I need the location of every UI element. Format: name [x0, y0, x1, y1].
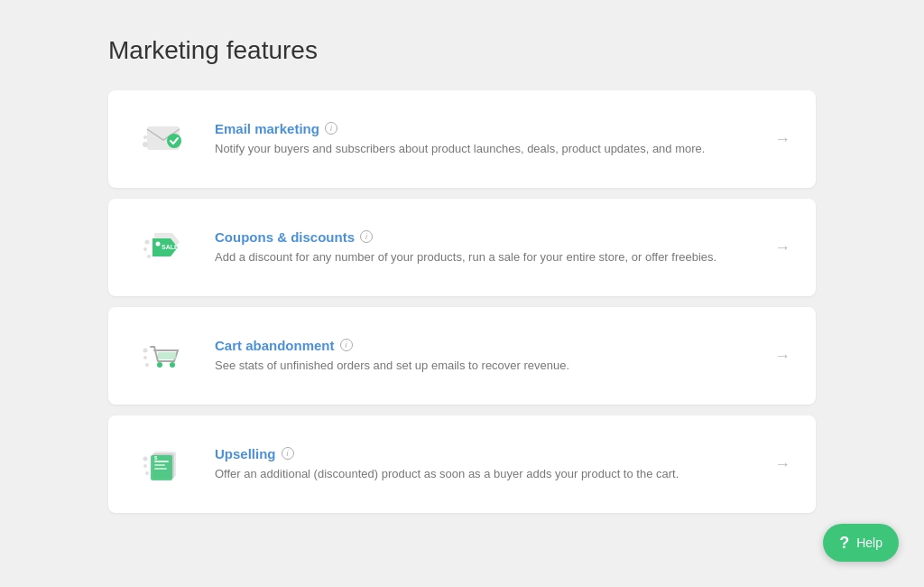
email-marketing-title: Email marketing i [215, 121, 756, 136]
coupons-icon: SALE [134, 220, 197, 275]
help-label: Help [856, 536, 882, 550]
help-question-icon: ? [839, 535, 849, 551]
svg-point-24 [145, 471, 149, 475]
svg-rect-18 [154, 461, 169, 462]
svg-point-4 [156, 242, 161, 247]
upselling-arrow: → [774, 455, 790, 474]
cart-abandonment-icon [134, 329, 197, 383]
svg-point-3 [167, 134, 181, 148]
upselling-icon: $ [134, 437, 197, 491]
svg-point-23 [143, 464, 147, 468]
svg-point-6 [145, 240, 150, 245]
svg-text:SALE: SALE [162, 244, 179, 250]
coupons-content: Coupons & discounts i Add a discount for… [215, 229, 756, 266]
cart-abandonment-content: Cart abandonment i See stats of unfinish… [215, 338, 756, 375]
svg-point-14 [145, 363, 149, 367]
svg-point-1 [143, 142, 148, 147]
svg-point-13 [143, 356, 147, 359]
svg-point-9 [157, 362, 162, 368]
help-button[interactable]: ? Help [823, 524, 899, 562]
svg-rect-11 [158, 352, 176, 359]
feature-card-coupons[interactable]: SALE Coupons & discounts i Add a discoun… [108, 199, 816, 296]
svg-point-7 [143, 247, 147, 251]
email-marketing-arrow: → [774, 130, 790, 149]
svg-point-8 [147, 255, 151, 258]
upselling-desc: Offer an additional (discounted) product… [215, 465, 756, 483]
email-marketing-icon [134, 112, 197, 166]
coupons-arrow: → [774, 238, 790, 257]
cart-abandonment-info-icon[interactable]: i [340, 339, 353, 351]
email-marketing-content: Email marketing i Notify your buyers and… [215, 121, 756, 158]
page-title: Marketing features [108, 36, 816, 65]
upselling-info-icon[interactable]: i [282, 447, 294, 460]
cart-abandonment-arrow: → [774, 347, 790, 366]
feature-card-email-marketing[interactable]: Email marketing i Notify your buyers and… [108, 90, 816, 188]
email-marketing-info-icon[interactable]: i [325, 122, 337, 135]
cart-abandonment-title: Cart abandonment i [215, 338, 756, 353]
upselling-content: Upselling i Offer an additional (discoun… [215, 446, 756, 483]
svg-rect-19 [154, 464, 165, 466]
coupons-info-icon[interactable]: i [360, 230, 373, 243]
coupons-title: Coupons & discounts i [215, 229, 756, 245]
svg-point-22 [143, 457, 148, 461]
svg-point-10 [170, 362, 175, 368]
svg-point-12 [143, 349, 148, 353]
svg-point-2 [143, 135, 147, 139]
coupons-desc: Add a discount for any number of your pr… [215, 248, 756, 266]
feature-card-upselling[interactable]: $ Upselling i Offer an additional (disco… [108, 415, 816, 513]
page-container: Marketing features Email marketing i N [0, 0, 924, 560]
upselling-title: Upselling i [215, 446, 756, 461]
svg-rect-20 [154, 468, 167, 470]
email-marketing-desc: Notify your buyers and subscribers about… [215, 140, 756, 158]
cart-abandonment-desc: See stats of unfinished orders and set u… [215, 357, 756, 375]
feature-card-cart-abandonment[interactable]: Cart abandonment i See stats of unfinish… [108, 307, 816, 405]
